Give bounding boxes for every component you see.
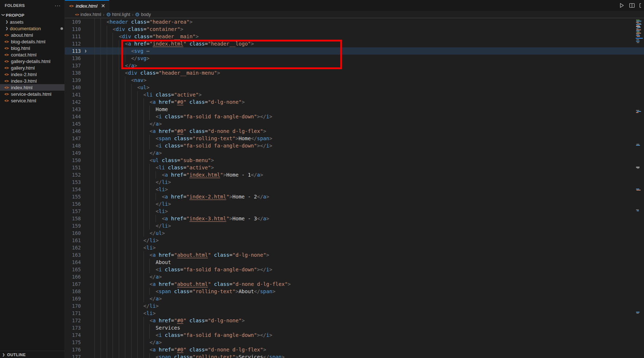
code-line-145[interactable]: 145 </a>	[65, 120, 644, 127]
code-line-139[interactable]: 139 <nav>	[65, 76, 644, 84]
code-line-142[interactable]: 142 <a href="#0" class="d-lg-none">	[65, 98, 644, 106]
code-line-157[interactable]: 157 <li>	[65, 208, 644, 215]
indent-guide	[113, 62, 119, 69]
code-line-173[interactable]: 173 Services	[65, 324, 644, 331]
code-line-162[interactable]: 162 <li>	[65, 244, 644, 251]
tree-item-documentation[interactable]: ❯documentation	[0, 25, 64, 32]
indent-guide	[94, 229, 101, 237]
code-line-164[interactable]: 164 About	[65, 259, 644, 266]
code-line-113[interactable]: 113❯ <svg ⋯	[65, 47, 644, 55]
code-line-146[interactable]: 146 <a href="#0" class="d-none d-lg-flex…	[65, 127, 644, 135]
code-line-136[interactable]: 136 </svg>	[65, 55, 644, 62]
tree-item-about-html[interactable]: <>about.html	[0, 32, 64, 38]
indent-guide	[113, 178, 119, 186]
indent-guide	[149, 186, 156, 193]
code-line-176[interactable]: 176 <a href="#0" class="d-none d-lg-flex…	[65, 346, 644, 353]
chevron-right-icon[interactable]: ❯	[5, 20, 9, 24]
line-number: 153	[65, 178, 88, 186]
token: >	[242, 99, 244, 105]
indent-guide	[137, 353, 144, 358]
indent-guide	[101, 62, 107, 69]
outline-section-header[interactable]: ❯ OUTLINE	[0, 351, 64, 358]
code-line-150[interactable]: 150 <ul class="sub-menu">	[65, 157, 644, 164]
split-editor-icon[interactable]	[629, 3, 635, 8]
code-line-111[interactable]: 111 <div class="header__main">	[65, 33, 644, 40]
code-line-159[interactable]: 159 </li>	[65, 222, 644, 229]
tree-item-service-html[interactable]: <>service.html	[0, 97, 64, 104]
tree-item-blog-html[interactable]: <>blog.html	[0, 45, 64, 51]
code-line-160[interactable]: 160 </ul>	[65, 229, 644, 237]
tree-item-index-html[interactable]: <>index.html	[0, 84, 64, 91]
close-tab-icon[interactable]: ✕	[101, 4, 105, 8]
tree-item-blog-details-html[interactable]: <>blog-details.html	[0, 38, 64, 45]
indent-guide	[94, 237, 101, 244]
code-line-169[interactable]: 169 </a>	[65, 295, 644, 302]
breadcrumb-item-html[interactable]: html.light	[106, 12, 130, 17]
code-line-112[interactable]: 112 <a href="index.html" class="header__…	[65, 40, 644, 47]
code-line-148[interactable]: 148 <i class="fa-solid fa-angle-down"></…	[65, 142, 644, 149]
tree-item-gallery-html[interactable]: <>gallery.html	[0, 64, 64, 71]
code-line-167[interactable]: 167 <a href="about.html" class="d-none d…	[65, 280, 644, 288]
fold-chevron-icon[interactable]: ❯	[85, 47, 87, 55]
code-line-141[interactable]: 141 <li class="active">	[65, 91, 644, 98]
code-line-144[interactable]: 144 <i class="fa-solid fa-angle-down"></…	[65, 113, 644, 120]
token: =	[180, 267, 183, 272]
token: class	[174, 135, 189, 141]
tree-item-service-details-html[interactable]: <>service-details.html	[0, 91, 64, 97]
code-line-177[interactable]: 177 <span class="rolling-text">Services<…	[65, 353, 644, 358]
minimap[interactable]	[635, 18, 644, 358]
code-line-147[interactable]: 147 <span class="rolling-text">Home</spa…	[65, 135, 644, 142]
indent-guide	[94, 178, 101, 186]
token: index-3.html	[189, 216, 226, 221]
tree-item-index-2-html[interactable]: <>index-2.html	[0, 71, 64, 78]
token	[156, 128, 158, 134]
code-line-163[interactable]: 163 <a href="about.html" class="d-lg-non…	[65, 251, 644, 259]
token: <	[137, 84, 140, 90]
code-line-155[interactable]: 155 <a href="index-2.html">Home - 2</a>	[65, 193, 644, 200]
token: >	[168, 179, 171, 185]
code-line-149[interactable]: 149 </a>	[65, 149, 644, 157]
code-line-156[interactable]: 156 </li>	[65, 200, 644, 208]
code-line-158[interactable]: 158 <a href="index-3.html">Home - 3</a>	[65, 215, 644, 222]
token: <	[156, 186, 158, 192]
tab-index-html[interactable]: <> index.html ✕	[65, 0, 109, 11]
tree-item-gallery-details-html[interactable]: <>gallery-details.html	[0, 58, 64, 64]
code-line-175[interactable]: 175 </a>	[65, 339, 644, 346]
code-line-137[interactable]: 137 </a>	[65, 62, 644, 69]
chevron-down-icon[interactable]: ❯	[1, 13, 5, 17]
code-line-140[interactable]: 140 <ul>	[65, 84, 644, 91]
code-line-110[interactable]: 110 <div class="container">	[65, 25, 644, 33]
more-icon[interactable]	[639, 3, 641, 8]
breadcrumb-item-body[interactable]: body	[135, 12, 151, 17]
more-actions-icon[interactable]: ···	[55, 4, 61, 7]
code-line-153[interactable]: 153 </li>	[65, 178, 644, 186]
tree-item-PROPOP[interactable]: ❯PROPOP	[0, 12, 64, 19]
code-line-143[interactable]: 143 Home	[65, 106, 644, 113]
tree-item-label: gallery-details.html	[11, 59, 50, 64]
code-line-138[interactable]: 138 <div class="header__main-menu">	[65, 69, 644, 76]
run-icon[interactable]	[619, 3, 625, 8]
indent-guide	[94, 106, 101, 113]
code-line-166[interactable]: 166 </a>	[65, 273, 644, 280]
token	[156, 347, 158, 353]
tree-item-contact-html[interactable]: <>contact.html	[0, 51, 64, 58]
indent-guide	[125, 120, 131, 127]
code-editor[interactable]: 109 <header class="header-area">110 <div…	[65, 18, 644, 358]
indent-space	[88, 91, 94, 98]
code-line-168[interactable]: 168 <span class="rolling-text">About</sp…	[65, 288, 644, 295]
code-line-174[interactable]: 174 <i class="fa-solid fa-angle-down"></…	[65, 331, 644, 339]
code-line-161[interactable]: 161 </li>	[65, 237, 644, 244]
tree-item-assets[interactable]: ❯assets	[0, 19, 64, 25]
code-line-151[interactable]: 151 <li class="active">	[65, 164, 644, 171]
code-line-154[interactable]: 154 <li>	[65, 186, 644, 193]
code-line-152[interactable]: 152 <a href="index.html">Home - 1</a>	[65, 171, 644, 178]
code-line-171[interactable]: 171 <li>	[65, 310, 644, 317]
code-line-172[interactable]: 172 <a href="#0" class="d-lg-none">	[65, 317, 644, 324]
code-line-170[interactable]: 170 </li>	[65, 302, 644, 310]
breadcrumb-item-file[interactable]: <> index.html	[75, 12, 101, 17]
token: "header__main-menu"	[159, 70, 217, 76]
tree-item-index-3-html[interactable]: <>index-3.html	[0, 78, 64, 84]
code-line-165[interactable]: 165 <i class="fa-solid fa-angle-down"></…	[65, 266, 644, 273]
code-line-109[interactable]: 109 <header class="header-area">	[65, 18, 644, 25]
chevron-right-icon[interactable]: ❯	[5, 27, 9, 30]
